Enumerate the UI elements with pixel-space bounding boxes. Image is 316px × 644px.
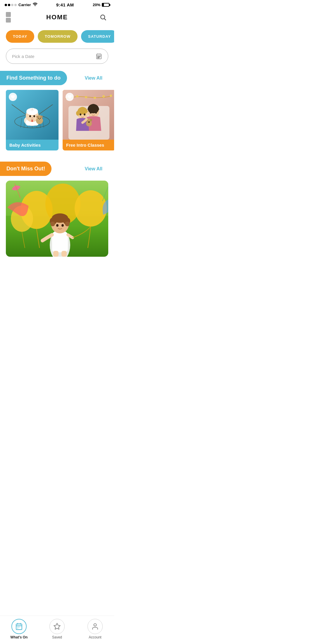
favorite-icon-intro[interactable] — [66, 93, 74, 101]
svg-point-32 — [33, 115, 35, 117]
signal-dots — [5, 4, 17, 6]
svg-point-63 — [80, 114, 81, 116]
svg-point-101 — [75, 190, 107, 227]
logo-cell-bl — [6, 18, 11, 23]
svg-point-118 — [61, 224, 64, 227]
svg-point-68 — [90, 119, 92, 121]
status-bar: Carrier 9:41 AM 20% — [0, 0, 114, 8]
page-title: HOME — [46, 13, 68, 21]
svg-point-1 — [101, 15, 105, 19]
signal-dot-3 — [11, 4, 13, 6]
card-baby-activities-footer: Baby Activities — [6, 140, 59, 150]
svg-point-57 — [88, 106, 99, 113]
app-logo — [6, 12, 16, 23]
svg-rect-7 — [97, 56, 98, 57]
svg-point-115 — [50, 222, 55, 226]
svg-point-30 — [32, 109, 33, 110]
dont-miss-view-all[interactable]: View All — [85, 166, 108, 172]
status-left: Carrier — [5, 2, 37, 7]
card-free-intro-image — [63, 90, 114, 140]
date-tabs: TODAY TOMORROW SATURDAY SUNDAY — [0, 27, 114, 46]
header: HOME — [0, 8, 114, 27]
svg-point-33 — [32, 117, 33, 118]
find-section-header: Find Something to do View All — [0, 68, 114, 90]
tab-today[interactable]: TODAY — [6, 30, 34, 43]
svg-rect-8 — [99, 56, 99, 57]
signal-dot-2 — [8, 4, 10, 6]
activity-cards-scroll: Baby Activities — [0, 90, 114, 156]
svg-point-59 — [95, 111, 97, 114]
find-section-label: Find Something to do — [0, 71, 67, 85]
svg-point-49 — [110, 95, 112, 97]
card-free-intro-label: Free Intro Classes — [63, 140, 114, 150]
svg-point-71 — [88, 122, 90, 123]
date-picker-placeholder: Pick a Date — [12, 54, 35, 59]
calendar-icon — [96, 53, 102, 59]
svg-point-0 — [35, 6, 35, 6]
svg-point-114 — [57, 214, 63, 220]
svg-rect-106 — [52, 232, 68, 252]
svg-point-116 — [65, 222, 70, 226]
find-view-all[interactable]: View All — [85, 76, 108, 81]
dont-miss-section: Don't Miss Out! View All — [0, 159, 114, 257]
svg-point-64 — [84, 114, 85, 116]
svg-point-41 — [40, 118, 41, 119]
svg-point-58 — [90, 111, 92, 114]
card-baby-activities-image — [6, 90, 59, 140]
tab-saturday[interactable]: SATURDAY — [81, 30, 114, 43]
svg-point-117 — [56, 224, 59, 227]
carrier-label: Carrier — [18, 3, 31, 7]
svg-rect-119 — [53, 251, 59, 257]
battery-fill — [102, 4, 104, 6]
svg-rect-9 — [100, 56, 100, 57]
svg-point-40 — [38, 118, 39, 119]
search-button[interactable] — [98, 12, 108, 23]
svg-rect-10 — [97, 58, 98, 58]
svg-line-2 — [104, 19, 106, 20]
card-baby-activities[interactable]: Baby Activities — [6, 90, 59, 150]
wifi-icon — [33, 2, 37, 7]
card-free-intro[interactable]: Free Intro Classes — [63, 90, 114, 150]
tab-tomorrow[interactable]: TOMORROW — [38, 30, 78, 43]
status-time: 9:41 AM — [56, 2, 74, 7]
favorite-icon-baby[interactable] — [9, 93, 17, 101]
dont-miss-big-card[interactable] — [6, 181, 108, 257]
date-picker[interactable]: Pick a Date — [6, 49, 108, 64]
card-free-intro-footer: Free Intro Classes — [63, 140, 114, 150]
date-picker-wrapper: Pick a Date — [0, 46, 114, 68]
logo-cell-tl — [6, 12, 11, 17]
battery-percentage: 20% — [93, 3, 100, 7]
svg-point-31 — [29, 115, 31, 117]
signal-dot-4 — [14, 4, 17, 6]
card-baby-activities-label: Baby Activities — [6, 140, 59, 150]
dont-miss-header: Don't Miss Out! View All — [0, 159, 114, 181]
battery-icon — [102, 3, 109, 7]
svg-point-37 — [36, 116, 39, 118]
signal-dot-1 — [5, 4, 7, 6]
svg-point-38 — [40, 116, 43, 118]
svg-rect-120 — [61, 251, 67, 257]
dont-miss-illustration — [6, 181, 108, 257]
status-right: 20% — [93, 3, 109, 7]
svg-rect-11 — [99, 58, 99, 58]
svg-point-34 — [31, 120, 33, 122]
search-icon — [99, 14, 107, 21]
dont-miss-label: Don't Miss Out! — [0, 162, 51, 176]
svg-point-42 — [39, 119, 40, 119]
svg-point-62 — [76, 111, 80, 116]
